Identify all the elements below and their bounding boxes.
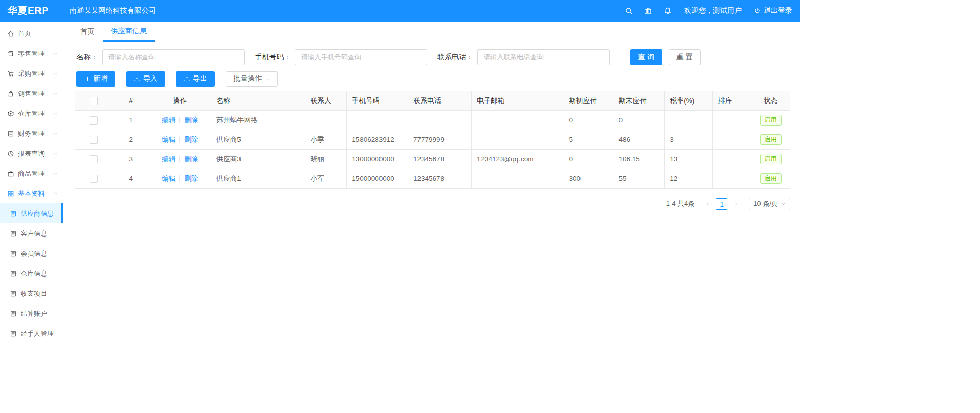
reset-button[interactable]: 重 置 bbox=[669, 49, 701, 65]
edit-link[interactable]: 编辑 bbox=[162, 135, 175, 144]
row-checkbox[interactable] bbox=[90, 155, 98, 163]
batch-actions-button[interactable]: 批量操作 bbox=[226, 71, 278, 87]
import-button[interactable]: 导入 bbox=[126, 71, 165, 87]
import-button-label: 导入 bbox=[143, 74, 157, 84]
bank-icon[interactable] bbox=[644, 7, 652, 15]
sidebar-item-warehouse-info[interactable]: 仓库信息 bbox=[0, 263, 63, 283]
edit-link[interactable]: 编辑 bbox=[162, 155, 175, 164]
next-page-button[interactable] bbox=[730, 198, 742, 210]
col-header-email: 电子邮箱 bbox=[472, 91, 564, 110]
cell-end-payable: 0 bbox=[613, 111, 665, 130]
search-icon[interactable] bbox=[625, 7, 633, 15]
col-header-end-payable: 期末应付 bbox=[613, 91, 665, 110]
bag-icon bbox=[7, 90, 14, 97]
add-button[interactable]: 新增 bbox=[76, 71, 115, 87]
delete-link[interactable]: 删除 bbox=[184, 116, 198, 125]
sidebar: 首页 零售管理 采购管理 销售管理 仓库管理 财务管理 bbox=[0, 22, 63, 413]
cell-tax-rate: 12 bbox=[665, 169, 713, 188]
sidebar-item-label: 采购管理 bbox=[18, 69, 45, 78]
table-row: 4 编辑 删除 供应商1 小军 15000000000 12345678 300… bbox=[75, 169, 790, 189]
table-row: 1 编辑 删除 苏州蜗牛网络 0 0 启用 bbox=[75, 111, 790, 130]
sidebar-item-sales[interactable]: 销售管理 bbox=[0, 84, 63, 104]
sidebar-item-warehouse[interactable]: 仓库管理 bbox=[0, 104, 63, 123]
select-all-checkbox[interactable] bbox=[90, 97, 98, 105]
prev-page-button[interactable] bbox=[702, 198, 713, 210]
tab-supplier-info[interactable]: 供应商信息 bbox=[103, 22, 155, 42]
cell-index: 4 bbox=[113, 169, 149, 188]
sidebar-item-label: 商品管理 bbox=[18, 169, 45, 178]
cell-begin-payable: 0 bbox=[564, 150, 614, 169]
document-icon bbox=[10, 250, 17, 257]
sidebar-item-member-info[interactable]: 会员信息 bbox=[0, 243, 63, 263]
sidebar-item-income-expense[interactable]: 收支项目 bbox=[0, 283, 63, 303]
sidebar-item-label: 零售管理 bbox=[18, 49, 45, 58]
chevron-down-icon bbox=[53, 91, 58, 96]
status-badge[interactable]: 启用 bbox=[760, 173, 782, 184]
sidebar-item-supplier-info[interactable]: 供应商信息 bbox=[0, 203, 63, 223]
document-icon bbox=[10, 290, 17, 297]
delete-link[interactable]: 删除 bbox=[184, 155, 198, 164]
welcome-text: 欢迎您，测试用户 bbox=[684, 6, 742, 15]
current-page-button[interactable]: 1 bbox=[716, 198, 727, 210]
sidebar-item-label: 基本资料 bbox=[18, 189, 45, 198]
sidebar-item-goods[interactable]: 商品管理 bbox=[0, 163, 63, 183]
cell-contact: 小季 bbox=[305, 130, 347, 149]
edit-link[interactable]: 编辑 bbox=[162, 174, 175, 183]
document-icon bbox=[10, 210, 17, 217]
sidebar-item-reports[interactable]: 报表查询 bbox=[0, 143, 63, 163]
page-size-select[interactable]: 10 条/页 bbox=[749, 198, 790, 210]
action-divider bbox=[179, 136, 180, 143]
logout-label: 退出登录 bbox=[764, 6, 792, 15]
sidebar-item-label: 结算账户 bbox=[21, 309, 47, 318]
sidebar-item-label: 仓库信息 bbox=[21, 269, 47, 278]
status-badge[interactable]: 启用 bbox=[760, 115, 782, 126]
delete-link[interactable]: 删除 bbox=[184, 174, 198, 183]
row-checkbox[interactable] bbox=[90, 175, 98, 183]
status-badge[interactable]: 启用 bbox=[760, 154, 782, 164]
sidebar-item-settlement-account[interactable]: 结算账户 bbox=[0, 303, 63, 323]
cell-phone: 13000000000 bbox=[347, 150, 408, 169]
document-icon bbox=[10, 330, 17, 337]
tab-home[interactable]: 首页 bbox=[72, 22, 103, 42]
sidebar-item-retail[interactable]: 零售管理 bbox=[0, 44, 63, 64]
plus-icon bbox=[84, 76, 91, 82]
sidebar-item-label: 经手人管理 bbox=[21, 329, 54, 338]
search-button[interactable]: 查 询 bbox=[630, 49, 662, 65]
action-divider bbox=[179, 175, 180, 182]
bell-icon[interactable] bbox=[664, 7, 672, 15]
col-header-sort: 排序 bbox=[713, 91, 751, 110]
delete-link[interactable]: 删除 bbox=[184, 135, 198, 144]
sidebar-item-customer-info[interactable]: 客户信息 bbox=[0, 223, 63, 243]
topbar: 华夏ERP 南通某某网络科技有限公司 欢迎您，测试用户 退出登录 bbox=[0, 0, 800, 22]
name-filter-input[interactable] bbox=[102, 49, 245, 65]
row-checkbox[interactable] bbox=[90, 116, 98, 125]
col-header-name: 名称 bbox=[211, 91, 306, 110]
row-checkbox[interactable] bbox=[90, 136, 98, 144]
sidebar-item-home[interactable]: 首页 bbox=[0, 24, 63, 44]
filter-bar: 名称： 手机号码： 联系电话： 查 询 重 置 bbox=[76, 49, 800, 65]
sidebar-item-purchase[interactable]: 采购管理 bbox=[0, 64, 63, 84]
cell-end-payable: 106.15 bbox=[613, 150, 665, 169]
sidebar-item-label: 客户信息 bbox=[21, 229, 47, 238]
export-button[interactable]: 导出 bbox=[176, 71, 215, 87]
table-row: 2 编辑 删除 供应商5 小季 15806283912 77779999 5 4… bbox=[75, 130, 790, 150]
cell-index: 3 bbox=[113, 150, 149, 169]
cell-phone: 15806283912 bbox=[347, 130, 408, 149]
toolbar: 新增 导入 导出 批量操作 bbox=[76, 71, 800, 87]
col-header-index: # bbox=[113, 91, 149, 110]
supplier-table: # 操作 名称 联系人 手机号码 联系电话 电子邮箱 期初应付 期末应付 税率(… bbox=[75, 91, 790, 189]
sidebar-item-finance[interactable]: 财务管理 bbox=[0, 123, 63, 143]
tel-filter-input[interactable] bbox=[477, 49, 610, 65]
sidebar-item-handler-management[interactable]: 经手人管理 bbox=[0, 323, 63, 343]
cell-name: 苏州蜗牛网络 bbox=[211, 111, 306, 130]
import-icon bbox=[134, 76, 141, 82]
home-icon bbox=[7, 30, 14, 37]
edit-link[interactable]: 编辑 bbox=[162, 116, 175, 125]
action-divider bbox=[179, 156, 180, 162]
cell-name: 供应商1 bbox=[211, 169, 306, 188]
status-badge[interactable]: 启用 bbox=[760, 134, 782, 145]
sidebar-item-label: 销售管理 bbox=[18, 89, 45, 98]
logout-button[interactable]: 退出登录 bbox=[754, 6, 792, 15]
phone-filter-input[interactable] bbox=[295, 49, 427, 65]
sidebar-item-basic-data[interactable]: 基本资料 bbox=[0, 183, 63, 203]
